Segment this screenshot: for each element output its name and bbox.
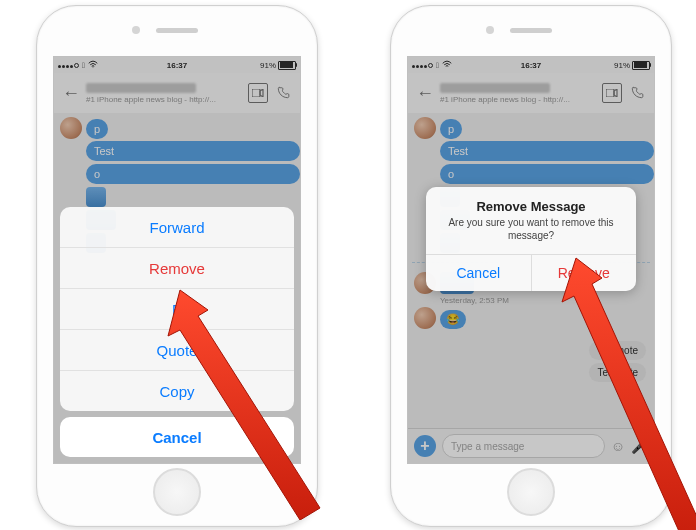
front-camera — [486, 26, 494, 34]
action-sheet-group: Forward Remove E Quote Copy — [60, 207, 294, 411]
screen-right:  16:37 91% ← #1 iPhone apple news blog … — [407, 56, 655, 464]
home-button[interactable] — [153, 468, 201, 516]
home-button[interactable] — [507, 468, 555, 516]
front-camera — [132, 26, 140, 34]
alert-cancel-button[interactable]: Cancel — [426, 255, 532, 291]
screen-left:  16:37 91% ← #1 iPhone apple news blog … — [53, 56, 301, 464]
remove-message-alert: Remove Message Are you sure you want to … — [426, 187, 636, 291]
action-remove[interactable]: Remove — [60, 247, 294, 288]
action-forward[interactable]: Forward — [60, 207, 294, 247]
phone-frame-left:  16:37 91% ← #1 iPhone apple news blog … — [36, 5, 318, 527]
action-sheet: Forward Remove E Quote Copy Cancel — [60, 207, 294, 457]
action-quote[interactable]: Quote — [60, 329, 294, 370]
phone-frame-right:  16:37 91% ← #1 iPhone apple news blog … — [390, 5, 672, 527]
action-copy[interactable]: Copy — [60, 370, 294, 411]
earpiece — [510, 28, 552, 33]
alert-remove-button[interactable]: Remove — [532, 255, 637, 291]
earpiece — [156, 28, 198, 33]
alert-message: Are you sure you want to remove this mes… — [440, 216, 622, 242]
alert-buttons: Cancel Remove — [426, 254, 636, 291]
action-cancel[interactable]: Cancel — [60, 417, 294, 457]
alert-title: Remove Message — [436, 199, 626, 214]
action-edit-partial[interactable]: E — [60, 288, 294, 329]
